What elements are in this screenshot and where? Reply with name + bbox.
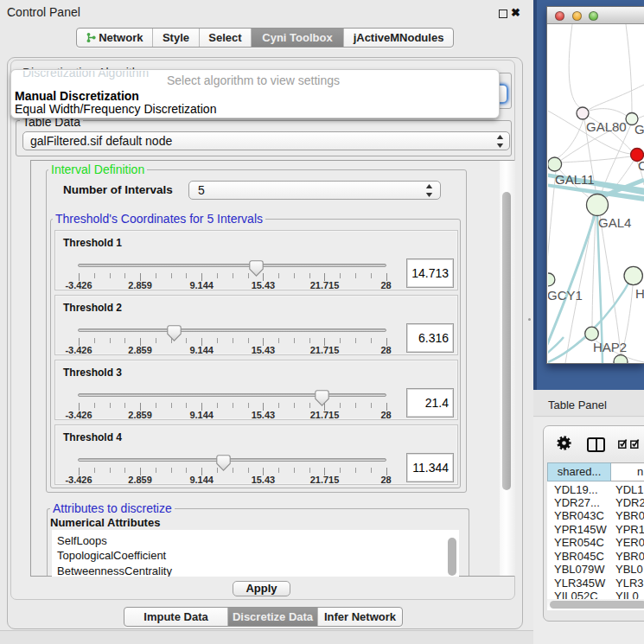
svg-text:GAL80: GAL80 xyxy=(586,119,627,134)
svg-text:G.: G. xyxy=(634,122,644,137)
svg-text:HAP2: HAP2 xyxy=(593,340,627,354)
svg-text:GAL4: GAL4 xyxy=(598,215,631,230)
svg-text:H: H xyxy=(635,286,644,301)
svg-text:C: C xyxy=(638,158,644,173)
svg-text:GCY1: GCY1 xyxy=(548,288,583,303)
svg-text:GAL11: GAL11 xyxy=(555,172,595,187)
